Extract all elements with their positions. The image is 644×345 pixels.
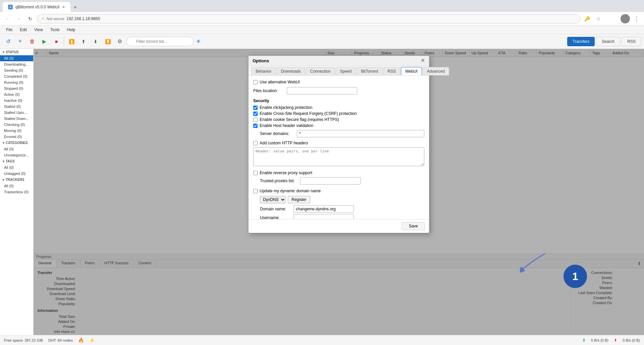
categories-header: ▼ CATEGORIES — [0, 140, 33, 146]
tab-close-icon[interactable]: ✕ — [62, 5, 65, 9]
cookie-label: Enable cookie Secure flag (requires HTTP… — [260, 117, 339, 122]
sidebar-item-running[interactable]: Running (0) — [0, 79, 33, 85]
modal-tab-connection[interactable]: Connection — [306, 67, 335, 75]
flame-icon: 🔥 — [78, 338, 84, 343]
modal-tab-downloads[interactable]: Downloads — [276, 67, 305, 75]
back-button[interactable]: ← — [3, 14, 12, 23]
csrf-label: Enable Cross-Site Request Forgery (CSRF)… — [260, 111, 357, 116]
refresh-button[interactable]: ↻ — [25, 14, 35, 23]
headers-textarea[interactable] — [253, 147, 424, 166]
browser-tab[interactable]: ⬇ qBittorrent v5.0.0 WebUI ✕ — [3, 2, 70, 12]
trusted-proxies-input[interactable] — [300, 177, 361, 185]
sidebar-item-trackerless[interactable]: Trackerless (0) — [0, 189, 33, 195]
up-speed-value: 0 B/s (0 B) — [623, 338, 640, 342]
rss-button[interactable]: RSS — [622, 37, 641, 46]
modal-tab-speed[interactable]: Speed — [335, 67, 356, 75]
sidebar-item-completed[interactable]: Completed (0) — [0, 73, 33, 79]
custom-headers-row: Add custom HTTP headers — [253, 141, 424, 145]
reverse-proxy-label: Enable reverse proxy support — [260, 170, 312, 175]
trusted-proxies-label: Trusted proxies list: — [260, 179, 300, 183]
move-up-button[interactable]: ⬆ — [78, 36, 89, 47]
add-torrent-button[interactable]: + — [15, 36, 25, 47]
sidebar-item-seeding[interactable]: Seeding (0) — [0, 67, 33, 73]
modal-tab-webui[interactable]: WebUI — [401, 67, 422, 75]
modal-overlay: Options ✕ Behavior Downloads Connection … — [34, 49, 644, 335]
sidebar-item-stalled-upload[interactable]: Stalled Uplo... — [0, 110, 33, 116]
move-top-button[interactable]: ⏫ — [66, 36, 77, 47]
menu-file[interactable]: File — [3, 27, 16, 33]
csrf-checkbox[interactable] — [253, 112, 258, 116]
delete-torrent-button[interactable]: 🗑 — [27, 36, 38, 47]
menu-button[interactable]: ⋮ — [632, 14, 641, 23]
reverse-proxy-checkbox[interactable] — [253, 171, 258, 175]
modal-tab-advanced[interactable]: Advanced — [423, 67, 449, 75]
register-button[interactable]: Register — [288, 196, 310, 203]
stop-button[interactable]: ■ — [51, 36, 62, 47]
cookie-row: Enable cookie Secure flag (requires HTTP… — [253, 117, 424, 122]
alt-webui-checkbox[interactable] — [253, 80, 258, 84]
address-bar[interactable]: ⚠ Not secure 192.168.1.18:9865 — [37, 14, 580, 23]
profile-avatar[interactable] — [621, 14, 630, 23]
forward-button[interactable]: → — [14, 14, 23, 23]
refresh-torrents-button[interactable]: ↺ — [3, 36, 13, 47]
host-header-checkbox[interactable] — [253, 124, 258, 128]
resume-button[interactable]: ▶ — [39, 36, 50, 47]
sidebar-item-moving[interactable]: Moving (0) — [0, 128, 33, 134]
sidebar-item-untagged[interactable]: Untagged (0) — [0, 170, 33, 177]
modal-close-button[interactable]: ✕ — [421, 58, 425, 63]
star-button[interactable]: ☆ — [594, 14, 603, 23]
sidebar-item-stopped[interactable]: Stopped (0) — [0, 85, 33, 91]
transfers-button[interactable]: Transfers — [567, 37, 595, 46]
sidebar-item-inactive[interactable]: Inactive (0) — [0, 97, 33, 104]
modal-tab-bittorrent[interactable]: BitTorrent — [357, 67, 382, 75]
menu-view[interactable]: View — [31, 27, 46, 33]
clickjacking-checkbox[interactable] — [253, 106, 258, 110]
custom-headers-checkbox[interactable] — [253, 141, 258, 145]
move-down-button[interactable]: ⬇ — [90, 36, 101, 47]
files-location-label: Files location: — [253, 88, 287, 93]
url-text: 192.168.1.18:9865 — [66, 16, 100, 21]
free-space-label: Free space: 397.22 GiB — [4, 338, 43, 342]
sidebar-item-cat-all[interactable]: All (0) — [0, 146, 33, 152]
sidebar-item-stalled[interactable]: Stalled (0) — [0, 104, 33, 110]
modal-tabs-bar: Behavior Downloads Connection Speed BitT… — [249, 66, 429, 76]
sidebar-item-active[interactable]: Active (0) — [0, 91, 33, 97]
filter-input[interactable] — [126, 37, 194, 46]
options-modal: Options ✕ Behavior Downloads Connection … — [248, 56, 429, 233]
move-bottom-button[interactable]: ⏬ — [102, 36, 113, 47]
browser-navbar: ← → ↻ ⚠ Not secure 192.168.1.18:9865 🔑 ☆… — [0, 12, 644, 25]
cookie-checkbox[interactable] — [253, 118, 258, 122]
server-domains-input[interactable] — [297, 130, 424, 137]
files-location-input[interactable] — [287, 87, 357, 94]
annotation-arrow — [520, 250, 550, 275]
files-location-row: Files location: — [253, 87, 424, 94]
ddns-select[interactable]: DynDNS No-IP — [260, 196, 286, 203]
sidebar-item-tracker-all[interactable]: All (0) — [0, 183, 33, 189]
modal-tab-behavior[interactable]: Behavior — [251, 67, 276, 75]
dht-label: DHT: 84 nodes — [48, 338, 73, 342]
sidebar-item-all[interactable]: All (0) — [0, 55, 33, 61]
sidebar-item-stalled-down[interactable]: Stalled Down... — [0, 116, 33, 122]
clickjacking-row: Enable clickjacking protection — [253, 105, 424, 110]
sidebar-item-downloading[interactable]: Downloading... — [0, 61, 33, 67]
menu-edit[interactable]: Edit — [16, 27, 30, 33]
search-button[interactable]: Search — [596, 37, 620, 46]
save-button[interactable]: Save — [402, 222, 425, 230]
username-input[interactable] — [293, 214, 354, 219]
sidebar-item-errored[interactable]: Errored (0) — [0, 134, 33, 140]
warning-icon: ⚠ — [41, 16, 45, 21]
sidebar-item-tag-all[interactable]: All (0) — [0, 164, 33, 170]
new-tab-button[interactable]: + — [70, 3, 80, 12]
domain-name-input[interactable] — [293, 205, 354, 213]
menu-help[interactable]: Help — [64, 27, 79, 33]
ddns-label: Update my dynamic domain name — [260, 189, 321, 193]
sidebar-item-checking[interactable]: Checking (0) — [0, 122, 33, 128]
reverse-proxy-row: Enable reverse proxy support — [253, 170, 424, 175]
modal-tab-rss[interactable]: RSS — [383, 67, 400, 75]
options-button[interactable]: ⚙ — [114, 36, 125, 47]
alt-speed-icon[interactable]: ⚡ — [89, 338, 95, 343]
sidebar-item-cat-uncategorized[interactable]: Uncategorize... — [0, 152, 33, 158]
bookmark-button[interactable]: 🔑 — [582, 14, 592, 23]
menu-tools[interactable]: Tools — [47, 27, 63, 33]
ddns-checkbox[interactable] — [253, 189, 258, 193]
